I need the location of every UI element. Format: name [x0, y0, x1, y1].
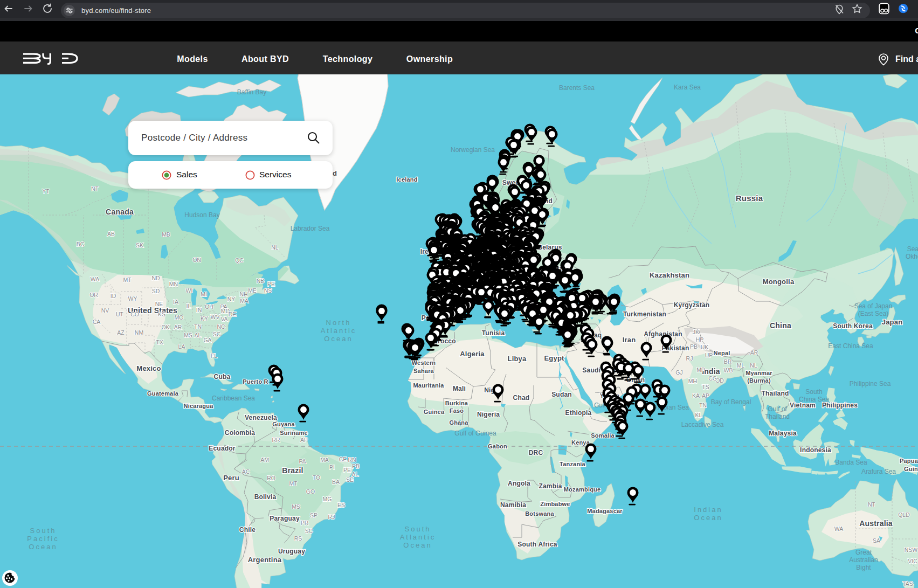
svg-text:Australia: Australia [859, 519, 893, 528]
svg-text:Caribbean Sea: Caribbean Sea [212, 395, 255, 402]
svg-text:IN: IN [196, 307, 202, 313]
svg-text:UK: UK [701, 344, 709, 350]
svg-text:North: North [326, 319, 351, 327]
svg-text:Mongolia: Mongolia [763, 278, 795, 286]
svg-text:AM: AM [260, 456, 269, 463]
svg-text:MA: MA [240, 298, 249, 304]
svg-text:Ocean: Ocean [29, 543, 57, 551]
svg-text:Kazakhstan: Kazakhstan [650, 271, 689, 279]
svg-text:Iceland: Iceland [396, 176, 417, 183]
svg-text:Pacific: Pacific [27, 535, 59, 543]
svg-text:NL: NL [271, 244, 279, 251]
svg-text:Canada: Canada [106, 207, 134, 216]
svg-text:Philippine Sea: Philippine Sea [850, 380, 891, 388]
svg-text:NE: NE [155, 301, 163, 307]
svg-text:PB: PB [352, 463, 360, 469]
svg-text:Gulf of Guinea: Gulf of Guinea [454, 430, 496, 437]
svg-text:MS: MS [292, 503, 300, 510]
svg-text:YT: YT [42, 188, 50, 195]
svg-text:Labrador Sea: Labrador Sea [291, 225, 330, 232]
svg-text:RJ: RJ [686, 355, 693, 362]
svg-text:BR: BR [724, 358, 732, 365]
svg-text:Thailand: Thailand [765, 413, 790, 420]
svg-text:Ecuador: Ecuador [209, 445, 236, 452]
svg-text:Great: Great [855, 549, 872, 556]
svg-text:NM: NM [135, 329, 143, 336]
svg-text:Australian: Australian [849, 556, 878, 564]
svg-text:AP: AP [702, 392, 709, 399]
svg-text:Madagascar: Madagascar [587, 508, 623, 514]
svg-text:Indian: Indian [694, 506, 722, 514]
svg-text:Banda Sea: Banda Sea [835, 459, 867, 466]
svg-text:Iran: Iran [623, 336, 636, 344]
svg-text:Nigeria: Nigeria [477, 411, 500, 418]
svg-text:Kara Sea: Kara Sea [674, 84, 701, 91]
svg-text:NC: NC [217, 323, 225, 330]
svg-text:Colombia: Colombia [225, 429, 255, 437]
svg-text:SK: SK [136, 242, 143, 248]
svg-text:OK: OK [161, 324, 169, 330]
svg-text:GO: GO [306, 488, 315, 495]
svg-text:NT: NT [91, 185, 99, 192]
svg-text:PB: PB [690, 343, 698, 350]
svg-text:Mozambique: Mozambique [564, 486, 601, 493]
svg-text:Algeria: Algeria [460, 350, 485, 358]
svg-text:NV: NV [101, 307, 109, 314]
svg-text:ND: ND [151, 275, 160, 281]
svg-text:Libya: Libya [508, 355, 527, 363]
svg-text:HP: HP [696, 336, 704, 343]
svg-text:IA: IA [173, 299, 178, 305]
svg-text:SP: SP [310, 512, 317, 518]
svg-text:South Korea: South Korea [833, 322, 873, 330]
svg-text:Okhotsk: Okhotsk [906, 253, 918, 260]
svg-text:China: China [770, 321, 791, 330]
svg-text:SC: SC [213, 331, 221, 337]
svg-text:Myanmar: Myanmar [746, 370, 772, 376]
svg-text:Peru: Peru [223, 474, 239, 482]
svg-text:ON: ON [192, 257, 201, 263]
svg-text:CE: CE [339, 456, 347, 462]
svg-text:Guatemala: Guatemala [147, 390, 179, 397]
svg-text:Brazil: Brazil [282, 466, 303, 475]
svg-text:ID: ID [111, 293, 116, 299]
svg-text:South: South [30, 527, 57, 535]
svg-text:Ethiopia: Ethiopia [565, 409, 592, 417]
svg-text:WB: WB [724, 367, 733, 373]
svg-text:ES: ES [337, 502, 345, 508]
svg-text:DRC: DRC [529, 449, 543, 456]
svg-text:Sea of: Sea of [907, 245, 918, 253]
svg-text:Sudan: Sudan [551, 391, 572, 398]
svg-text:SD: SD [152, 288, 160, 294]
svg-text:KS: KS [158, 311, 165, 317]
svg-text:NB: NB [257, 278, 265, 284]
svg-text:BC: BC [77, 241, 85, 247]
svg-text:AL: AL [195, 332, 202, 338]
svg-text:PE: PE [343, 467, 351, 473]
svg-text:AP: AP [300, 437, 308, 443]
svg-text:SC: SC [305, 528, 313, 534]
svg-text:AB: AB [107, 231, 115, 237]
svg-text:Arafura Sea: Arafura Sea [861, 468, 896, 475]
svg-text:Somalia: Somalia [591, 432, 615, 439]
svg-text:Faso: Faso [450, 407, 464, 414]
svg-text:BA: BA [332, 479, 340, 485]
svg-text:Russia: Russia [736, 193, 763, 203]
svg-text:Tanzania: Tanzania [560, 461, 586, 467]
svg-text:QLD: QLD [898, 511, 910, 518]
svg-text:Chile: Chile [239, 526, 256, 534]
svg-text:CA: CA [93, 319, 101, 325]
svg-text:Indonesia: Indonesia [800, 446, 831, 454]
svg-text:SE: SE [346, 476, 354, 483]
svg-text:ME: ME [248, 287, 257, 294]
svg-text:Sahara: Sahara [413, 368, 434, 374]
svg-text:MN: MN [169, 281, 178, 287]
svg-text:Guinea: Guinea [424, 409, 445, 415]
svg-text:JK: JK [693, 329, 699, 335]
svg-text:Kyrgyzstan: Kyrgyzstan [674, 301, 710, 309]
svg-text:TN: TN [699, 402, 707, 409]
svg-text:SA: SA [873, 537, 880, 544]
svg-text:UT: UT [116, 311, 124, 317]
svg-text:Norwegian Sea: Norwegian Sea [451, 146, 495, 154]
svg-text:Malaysia: Malaysia [769, 430, 797, 437]
svg-text:NY: NY [227, 296, 236, 302]
